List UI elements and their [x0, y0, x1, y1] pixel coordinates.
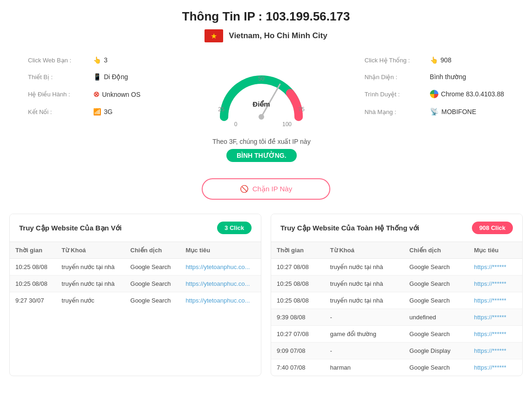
table-row: 9:09 07/08 - Google Display https://****… — [271, 343, 522, 359]
nha-mang-value: 📡 MOBIFONE — [430, 108, 477, 116]
cell-url[interactable]: https://****** — [469, 309, 522, 326]
cell-campaign: Google Search — [404, 259, 469, 276]
ket-noi-label: Kết Nối : — [28, 108, 89, 115]
table-left: Thời gian Từ Khoá Chiến dịch Mục tiêu 10… — [10, 242, 261, 309]
ket-noi-item: Kết Nối : 📶 3G — [28, 108, 158, 115]
cell-keyword: truyến nước — [56, 292, 124, 309]
click-he-thong-label: Click Hệ Thống : — [365, 57, 425, 64]
page-title: Thông Tin IP : 103.199.56.173 — [9, 9, 523, 24]
gauge-container: 25 50 75 0 100 Điểm Theo 3F, chúng tôi đ… — [158, 56, 365, 169]
table-row: 10:25 08/08 truyến nước tại nhà Google S… — [271, 292, 522, 309]
svg-text:Điểm: Điểm — [253, 100, 270, 108]
table-row: 10:25 08/08 truyến nước tại nhà Google S… — [271, 276, 522, 292]
table-row: 7:40 07/08 harman Google Search https://… — [271, 359, 522, 376]
table-header-row-left: Thời gian Từ Khoá Chiến dịch Mục tiêu — [10, 242, 261, 259]
click-he-thong-icon: 👆 — [430, 56, 438, 64]
gauge-svg: 25 50 75 0 100 Điểm — [215, 56, 308, 131]
click-web-label: Click Web Bạn : — [28, 57, 89, 64]
cell-time: 10:25 08/08 — [271, 276, 325, 292]
location-text: Vietnam, Ho Chi Minh City — [229, 31, 327, 40]
cell-url[interactable]: https://ytetoanphuc.co... — [180, 259, 261, 276]
svg-text:25: 25 — [218, 106, 225, 113]
cell-campaign: Google Search — [125, 292, 180, 309]
ket-noi-value: 📶 3G — [93, 108, 113, 115]
cell-keyword: - — [325, 309, 404, 326]
cell-url[interactable]: https://****** — [469, 343, 522, 359]
table-header-right: Truy Cập Website Của Toàn Hệ Thống với 9… — [271, 214, 522, 242]
nha-mang-label: Nhà Mạng : — [365, 108, 425, 115]
col-time-right: Thời gian — [271, 242, 325, 259]
cell-keyword: truyến nước tại nhà — [325, 276, 404, 292]
page: Thông Tin IP : 103.199.56.173 Vietnam, H… — [0, 0, 532, 385]
cell-keyword: truyến nước tại nhà — [325, 259, 404, 276]
cell-keyword: - — [325, 343, 404, 359]
cell-url[interactable]: https://ytetoanphuc.co... — [180, 292, 261, 309]
trinh-duyet-item: Trình Duyệt : Chrome 83.0.4103.88 — [365, 90, 504, 98]
nhan-dien-label: Nhận Diện : — [365, 74, 425, 81]
recommendation: Theo 3F, chúng tôi đề xuất IP này BÌNH T… — [212, 138, 311, 162]
cell-time: 9:27 30/07 — [10, 292, 56, 309]
he-dieu-hanh-value: ⊗ Unknown OS — [93, 90, 140, 99]
table-right: Thời gian Từ Khoá Chiến dịch Mục tiêu 10… — [271, 242, 522, 376]
cell-url[interactable]: https://****** — [469, 292, 522, 309]
info-left: Click Web Bạn : 👆 3 Thiết Bị : 📱 Di Động… — [28, 56, 158, 115]
cell-url[interactable]: https://****** — [469, 276, 522, 292]
rec-text: Theo 3F, chúng tôi đề xuất IP này — [212, 138, 311, 145]
cell-time: 9:39 08/08 — [271, 309, 325, 326]
cell-campaign: Google Search — [125, 259, 180, 276]
gauge-wrapper: 25 50 75 0 100 Điểm — [215, 56, 308, 131]
cell-campaign: Google Search — [404, 326, 469, 343]
table-header-left: Truy Cập Website Của Bạn Với 3 Click — [10, 214, 261, 242]
nhan-dien-item: Nhận Diện : Bình thường — [365, 73, 504, 81]
cell-url[interactable]: https://****** — [469, 359, 522, 376]
cell-time: 10:25 08/08 — [10, 276, 56, 292]
table-header-row-right: Thời gian Từ Khoá Chiến dịch Mục tiêu — [271, 242, 522, 259]
svg-text:0: 0 — [234, 121, 238, 128]
cell-campaign: Google Search — [125, 276, 180, 292]
click-web-item: Click Web Bạn : 👆 3 — [28, 56, 158, 64]
table-card-right: Truy Cập Website Của Toàn Hệ Thống với 9… — [271, 214, 523, 376]
click-he-thong-value: 👆 908 — [430, 56, 451, 64]
col-target-left: Mục tiêu — [180, 242, 261, 259]
location-row: Vietnam, Ho Chi Minh City — [9, 29, 523, 42]
nha-mang-item: Nhà Mạng : 📡 MOBIFONE — [365, 108, 504, 116]
cell-keyword: harman — [325, 359, 404, 376]
he-dieu-hanh-item: Hệ Điều Hành : ⊗ Unknown OS — [28, 90, 158, 99]
cell-campaign: Google Search — [404, 359, 469, 376]
click-web-icon: 👆 — [93, 56, 101, 64]
block-btn-wrap: 🚫 Chặn IP Này — [9, 178, 523, 200]
table-row: 10:25 08/08 truyến nước tại nhà Google S… — [10, 259, 261, 276]
trinh-duyet-value: Chrome 83.0.4103.88 — [430, 90, 504, 98]
os-icon: ⊗ — [93, 90, 99, 99]
cell-url[interactable]: https://ytetoanphuc.co... — [180, 276, 261, 292]
vietnam-flag — [205, 29, 223, 42]
cell-url[interactable]: https://****** — [469, 259, 522, 276]
block-icon: 🚫 — [240, 185, 249, 193]
svg-text:100: 100 — [282, 121, 292, 128]
click-web-value: 👆 3 — [93, 56, 108, 64]
cell-keyword: truyến nước tại nhà — [56, 276, 124, 292]
cell-campaign: Google Display — [404, 343, 469, 359]
thiet-bi-label: Thiết Bị : — [28, 74, 89, 81]
col-campaign-right: Chiến dịch — [404, 242, 469, 259]
cell-campaign: Google Search — [404, 276, 469, 292]
network-icon: 📡 — [430, 108, 439, 116]
cell-time: 9:09 07/08 — [271, 343, 325, 359]
cell-url[interactable]: https://****** — [469, 326, 522, 343]
table-title-right: Truy Cập Website Của Toàn Hệ Thống với — [280, 224, 419, 232]
block-ip-button[interactable]: 🚫 Chặn IP Này — [202, 178, 330, 200]
wifi-icon: 📶 — [93, 108, 101, 115]
cell-time: 10:27 08/08 — [271, 259, 325, 276]
thiet-bi-value: 📱 Di Động — [93, 73, 128, 81]
info-section: Click Web Bạn : 👆 3 Thiết Bị : 📱 Di Động… — [9, 56, 523, 169]
tables-section: Truy Cập Website Của Bạn Với 3 Click Thờ… — [9, 214, 523, 376]
table-title-left: Truy Cập Website Của Bạn Với — [19, 224, 122, 232]
header: Thông Tin IP : 103.199.56.173 Vietnam, H… — [9, 9, 523, 42]
click-he-thong-item: Click Hệ Thống : 👆 908 — [365, 56, 504, 64]
col-keyword-right: Từ Khoá — [325, 242, 404, 259]
table-row: 10:27 08/08 truyến nước tại nhà Google S… — [271, 259, 522, 276]
info-right: Click Hệ Thống : 👆 908 Nhận Diện : Bình … — [365, 56, 504, 116]
table-card-left: Truy Cập Website Của Bạn Với 3 Click Thờ… — [9, 214, 261, 376]
col-keyword-left: Từ Khoá — [56, 242, 124, 259]
click-badge-right: 908 Click — [472, 222, 513, 234]
